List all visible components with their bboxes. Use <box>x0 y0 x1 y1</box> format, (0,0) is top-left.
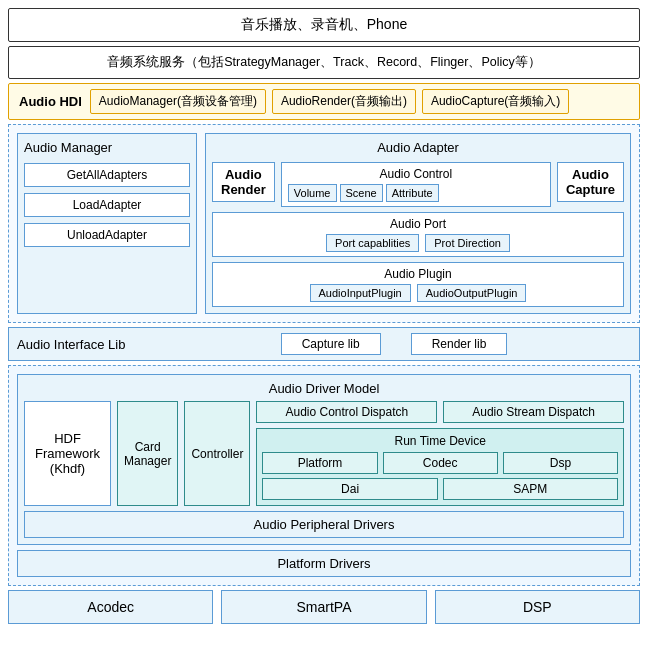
runtime-device: Run Time Device Platform Codec Dsp Dai S… <box>256 428 624 506</box>
audio-capture-box: Audio Capture <box>557 162 624 202</box>
hdi-item-0: AudioManager(音频设备管理) <box>90 89 266 114</box>
port-btns-row: Port capablities Prot Direction <box>219 234 617 252</box>
audio-input-plugin-btn[interactable]: AudioInputPlugin <box>310 284 411 302</box>
driver-main-row: HDF Framework (Khdf) Card Manager Contro… <box>24 401 624 506</box>
main-container: 音乐播放、录音机、Phone 音频系统服务（包括StrategyManager、… <box>0 0 648 632</box>
load-adapter-btn[interactable]: LoadAdapter <box>24 193 190 217</box>
audio-control-group: Audio Control Volume Scene Attribute <box>281 162 551 207</box>
lower-section: Audio Driver Model HDF Framework (Khdf) … <box>8 365 640 586</box>
dai-btn[interactable]: Dai <box>262 478 437 500</box>
capture-lib-box: Capture lib <box>281 333 381 355</box>
control-btns-row: Volume Scene Attribute <box>288 184 544 202</box>
hdf-box: HDF Framework (Khdf) <box>24 401 111 506</box>
scene-btn[interactable]: Scene <box>340 184 383 202</box>
audio-plugin-title: Audio Plugin <box>219 267 617 281</box>
codec-btn[interactable]: Codec <box>383 452 498 474</box>
hdi-items-container: AudioManager(音频设备管理) AudioRender(音频输出) A… <box>90 89 569 114</box>
audio-stream-dispatch-btn[interactable]: Audio Stream Dispatch <box>443 401 624 423</box>
upper-section: Audio Manager GetAllAdapters LoadAdapter… <box>8 124 640 323</box>
audio-plugin-section: Audio Plugin AudioInputPlugin AudioOutpu… <box>212 262 624 307</box>
plugin-btns-row: AudioInputPlugin AudioOutputPlugin <box>219 284 617 302</box>
card-manager-box: Card Manager <box>117 401 178 506</box>
top-title-1: 音乐播放、录音机、Phone <box>8 8 640 42</box>
audio-manager-panel: Audio Manager GetAllAdapters LoadAdapter… <box>17 133 197 314</box>
audio-manager-title: Audio Manager <box>24 140 190 155</box>
get-all-adapters-btn[interactable]: GetAllAdapters <box>24 163 190 187</box>
render-lib-box: Render lib <box>411 333 508 355</box>
driver-model-inner: Audio Driver Model HDF Framework (Khdf) … <box>17 374 631 545</box>
dsp-btn[interactable]: Dsp <box>503 452 618 474</box>
bottom-row: Acodec SmartPA DSP <box>8 590 640 624</box>
driver-model-title: Audio Driver Model <box>24 381 624 396</box>
audio-output-plugin-btn[interactable]: AudioOutputPlugin <box>417 284 527 302</box>
audio-control-title: Audio Control <box>288 167 544 181</box>
audio-hdi-label: Audio HDI <box>19 94 82 109</box>
runtime-row-2: Dai SAPM <box>262 478 618 500</box>
adapter-top-row: Audio Render Audio Control Volume Scene … <box>212 162 624 207</box>
audio-render-box: Audio Render <box>212 162 275 202</box>
attribute-btn[interactable]: Attribute <box>386 184 439 202</box>
ilib-boxes: Capture lib Render lib <box>157 333 631 355</box>
acodec-box: Acodec <box>8 590 213 624</box>
sapm-btn[interactable]: SAPM <box>443 478 618 500</box>
audio-adapter-panel: Audio Adapter Audio Render Audio Control… <box>205 133 631 314</box>
top-title-2: 音频系统服务（包括StrategyManager、Track、Record、Fl… <box>8 46 640 79</box>
smartpa-box: SmartPA <box>221 590 426 624</box>
volume-btn[interactable]: Volume <box>288 184 337 202</box>
port-capabilities-btn[interactable]: Port capablities <box>326 234 419 252</box>
platform-drivers-row: Platform Drivers <box>17 550 631 577</box>
audio-port-title: Audio Port <box>219 217 617 231</box>
runtime-device-title: Run Time Device <box>262 434 618 448</box>
dsp-box: DSP <box>435 590 640 624</box>
audio-hdi-row: Audio HDI AudioManager(音频设备管理) AudioRend… <box>8 83 640 120</box>
unload-adapter-btn[interactable]: UnloadAdapter <box>24 223 190 247</box>
hdi-item-1: AudioRender(音频输出) <box>272 89 416 114</box>
interface-lib-row: Audio Interface Lib Capture lib Render l… <box>8 327 640 361</box>
interface-lib-label: Audio Interface Lib <box>17 337 147 352</box>
peripheral-drivers-row: Audio Peripheral Drivers <box>24 511 624 538</box>
audio-control-dispatch-btn[interactable]: Audio Control Dispatch <box>256 401 437 423</box>
audio-port-section: Audio Port Port capablities Prot Directi… <box>212 212 624 257</box>
audio-adapter-title: Audio Adapter <box>212 140 624 155</box>
hdi-item-2: AudioCapture(音频输入) <box>422 89 569 114</box>
runtime-row-1: Platform Codec Dsp <box>262 452 618 474</box>
platform-btn[interactable]: Platform <box>262 452 377 474</box>
dispatch-row: Audio Control Dispatch Audio Stream Disp… <box>256 401 624 423</box>
right-panel: Audio Control Dispatch Audio Stream Disp… <box>256 401 624 506</box>
prot-direction-btn[interactable]: Prot Direction <box>425 234 510 252</box>
controller-box: Controller <box>184 401 250 506</box>
